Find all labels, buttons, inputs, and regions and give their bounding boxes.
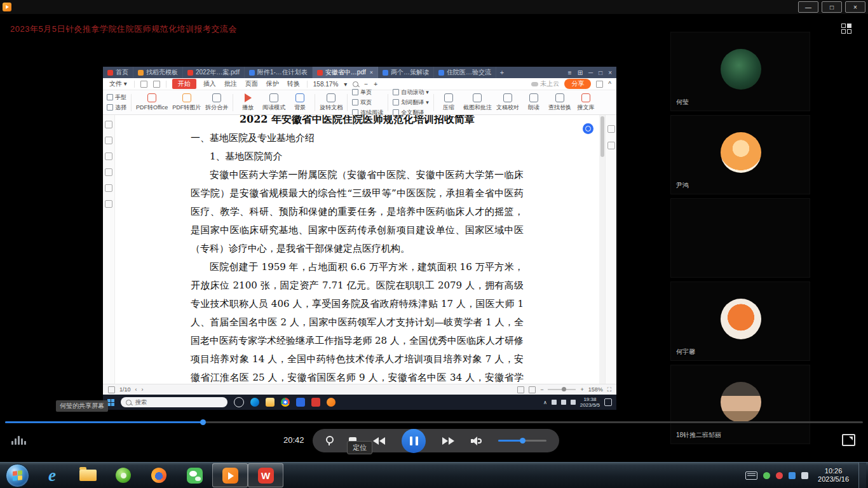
- wps-toolbar: 手型 选择 PDF转Office PDF转图片 拆分合并 播放 阅读模式 背景 …: [103, 90, 616, 115]
- wps-logo-icon: [107, 70, 113, 76]
- tray-app-icon: [552, 400, 557, 405]
- wps-icon: W: [258, 468, 274, 484]
- minimize-button[interactable]: —: [798, 1, 818, 13]
- participant-name: 何莹: [676, 98, 689, 107]
- volume-slider[interactable]: [498, 440, 546, 442]
- comments-icon: [105, 152, 112, 160]
- fullscreen-button[interactable]: [842, 434, 855, 446]
- word-translate-icon: [393, 99, 399, 105]
- wps-status-bar: 1/10 ‹ › − + 158% ⛶: [103, 384, 616, 395]
- document-paragraph-1: 安徽中医药大学第一附属医院（安徽省中医院、安徽中医药大学第一临床医学院）是安徽省…: [191, 166, 524, 258]
- new-tab-button: +: [496, 67, 508, 78]
- taskbar-app-browser[interactable]: [105, 463, 141, 487]
- volume-button[interactable]: [471, 437, 482, 445]
- layout-grid-icon[interactable]: [841, 24, 851, 34]
- thumbnails-icon: [105, 137, 112, 144]
- pause-button[interactable]: [402, 429, 426, 453]
- taskbar-app-player[interactable]: [212, 463, 248, 487]
- touch-keyboard-icon[interactable]: [745, 471, 757, 480]
- pdf-to-image-button: PDF转图片: [172, 93, 201, 112]
- participant-name: 何宇馨: [676, 348, 695, 356]
- play-slideshow-button: 播放: [238, 93, 258, 112]
- taskbar-clock[interactable]: 10:26 2023/5/16: [814, 467, 853, 484]
- status-zoom-out-icon: −: [540, 386, 543, 393]
- shared-system-tray: ∧ 19:38 2023/5/5: [543, 396, 612, 408]
- tab-close-icon: ×: [370, 69, 373, 76]
- firefox-icon: [151, 468, 166, 483]
- wps-close-icon: ×: [608, 69, 612, 76]
- participant-name: 18针推二班邹丽: [676, 431, 721, 440]
- ie-icon: e: [48, 466, 56, 485]
- taskbar-app-wps[interactable]: W: [248, 463, 283, 487]
- properties-panel-icon: [607, 125, 615, 133]
- pdf-to-office-button: PDF转Office: [136, 93, 168, 112]
- antivirus-tray-icon[interactable]: [763, 472, 770, 479]
- maximize-button[interactable]: □: [822, 1, 842, 13]
- tab-home: 首页: [103, 67, 133, 78]
- read-aloud-button: 朗读: [524, 93, 544, 112]
- play-icon: [245, 93, 252, 102]
- find-replace-icon: [555, 93, 564, 102]
- playback-time: 20:42: [283, 435, 304, 445]
- participant-tile: 18针推二班邹丽: [670, 365, 810, 444]
- double-page-icon: [352, 99, 358, 105]
- read-mode-icon: [269, 93, 278, 102]
- show-desktop-button[interactable]: [858, 463, 866, 488]
- shared-desktop-taskbar: 搜索 ∧ 19:38 2023/5/5: [103, 395, 616, 410]
- page-indicator: 1/10: [119, 386, 131, 393]
- background-button: 背景: [290, 93, 310, 112]
- double-page-button: 双页: [352, 98, 383, 107]
- windows-taskbar: e W 10:26 2023/5/16: [0, 462, 868, 488]
- read-mode-button: 阅读模式: [262, 93, 285, 112]
- app-tray-icon[interactable]: [789, 472, 796, 479]
- security-tray-icon[interactable]: [776, 472, 783, 479]
- wechat-icon: [187, 468, 203, 484]
- taskbar-app-explorer[interactable]: [70, 463, 105, 487]
- notification-icon: [604, 398, 612, 406]
- split-merge-icon: [212, 93, 221, 102]
- stamp-icon: [105, 200, 112, 208]
- zoom-slider-handle: [562, 387, 566, 391]
- read-aloud-icon: [529, 93, 538, 102]
- volume-tray-icon[interactable]: [801, 472, 808, 479]
- avatar: [721, 299, 761, 339]
- taskbar-app-firefox[interactable]: [141, 463, 177, 487]
- single-view-icon: [517, 386, 524, 393]
- zoom-caret-icon: ▾: [344, 81, 347, 88]
- document-paragraph-2: 医院创建于 1959 年，占地面积 6.6 万平方米，建筑面积 16 万平方米，…: [191, 258, 524, 384]
- background-icon: [295, 93, 304, 102]
- select-tool-button: 选择: [107, 104, 126, 112]
- rewind-button[interactable]: [373, 437, 385, 445]
- status-zoom-in-icon: +: [580, 386, 583, 393]
- participant-tile: [670, 198, 810, 278]
- taskbar-app-ie[interactable]: e: [34, 463, 70, 487]
- compress-button: 压缩: [438, 93, 459, 112]
- pdf-file-icon: [187, 70, 193, 76]
- assistant-badge-icon: [583, 123, 593, 134]
- tab-document-1: 2022年…案.pdf: [183, 67, 245, 78]
- zoom-value: 158.17%: [313, 81, 338, 88]
- tab-document-4: 住院医…验交流: [434, 67, 496, 78]
- progress-played: [5, 421, 203, 423]
- chrome-icon: [281, 398, 290, 407]
- magnifier-icon: [353, 81, 358, 87]
- document-title: 2022 年安徽省中医院住院医师规范化培训招收简章: [191, 115, 524, 127]
- shared-screen-video: 首页 找稻壳模板 2022年…案.pdf 附件1-…住计划表 安徽省中…pdf×…: [103, 67, 616, 410]
- tab-document-2: 附件1-…住计划表: [245, 67, 313, 78]
- menu-protect: 保护: [265, 79, 280, 88]
- split-merge-button: 拆分合并: [205, 93, 228, 112]
- playback-progress-bar[interactable]: [5, 421, 863, 423]
- audio-wave-icon: [11, 435, 26, 445]
- progress-handle[interactable]: [200, 419, 206, 425]
- close-button[interactable]: ×: [845, 1, 865, 13]
- locate-button[interactable]: [325, 436, 332, 445]
- volume-handle[interactable]: [520, 438, 526, 444]
- taskbar-app-wechat[interactable]: [177, 463, 212, 487]
- forward-button[interactable]: [442, 437, 454, 445]
- print-icon: [153, 81, 160, 88]
- search-library-button: 搜文库: [576, 93, 596, 112]
- cloud-icon: [531, 82, 538, 86]
- start-button[interactable]: [0, 463, 34, 488]
- rotate-icon: [327, 93, 336, 102]
- wps-pdf-app-icon: [311, 398, 320, 407]
